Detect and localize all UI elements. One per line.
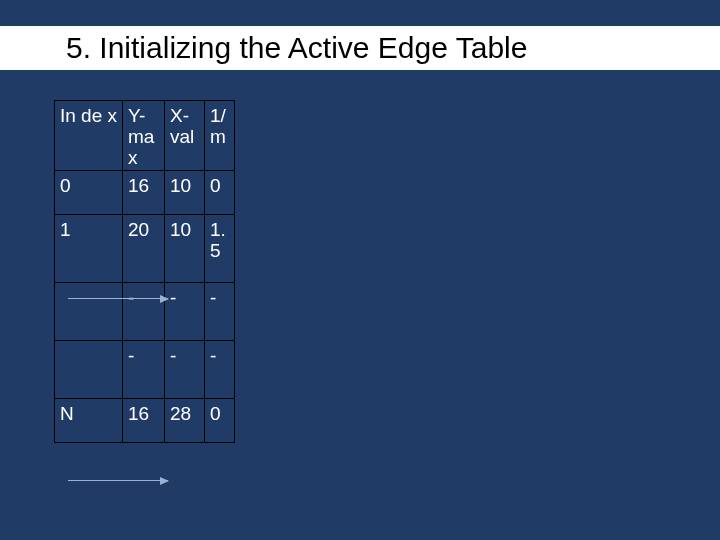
cell-index: 1: [55, 215, 123, 283]
table-row: N 16 28 0: [55, 399, 235, 443]
cell-ymax: 16: [123, 171, 165, 215]
header-m: 1/ m: [205, 101, 235, 171]
table-row: 1 20 10 1. 5: [55, 215, 235, 283]
cell-m: -: [205, 341, 235, 399]
cell-xval: 10: [165, 171, 205, 215]
cell-xval: -: [165, 283, 205, 341]
cell-index: 0: [55, 171, 123, 215]
active-edge-table: In de x Y- ma x X- val 1/ m 0 16 10 0 1 …: [54, 100, 235, 443]
header-ymax: Y- ma x: [123, 101, 165, 171]
slide: 5. Initializing the Active Edge Table In…: [0, 0, 720, 540]
table-row: 0 16 10 0: [55, 171, 235, 215]
cell-ymax: -: [123, 283, 165, 341]
arrow-icon: [68, 480, 168, 481]
cell-index: [55, 283, 123, 341]
cell-index: N: [55, 399, 123, 443]
slide-title: 5. Initializing the Active Edge Table: [0, 26, 720, 70]
cell-m: -: [205, 283, 235, 341]
table-row: - - -: [55, 341, 235, 399]
table-row: - - -: [55, 283, 235, 341]
cell-xval: 28: [165, 399, 205, 443]
cell-m: 1. 5: [205, 215, 235, 283]
header-xval: X- val: [165, 101, 205, 171]
cell-xval: -: [165, 341, 205, 399]
cell-m: 0: [205, 399, 235, 443]
arrow-icon: [68, 298, 168, 299]
cell-ymax: -: [123, 341, 165, 399]
cell-xval: 10: [165, 215, 205, 283]
table-header-row: In de x Y- ma x X- val 1/ m: [55, 101, 235, 171]
cell-ymax: 20: [123, 215, 165, 283]
cell-m: 0: [205, 171, 235, 215]
header-index: In de x: [55, 101, 123, 171]
cell-index: [55, 341, 123, 399]
table: In de x Y- ma x X- val 1/ m 0 16 10 0 1 …: [54, 100, 235, 443]
cell-ymax: 16: [123, 399, 165, 443]
